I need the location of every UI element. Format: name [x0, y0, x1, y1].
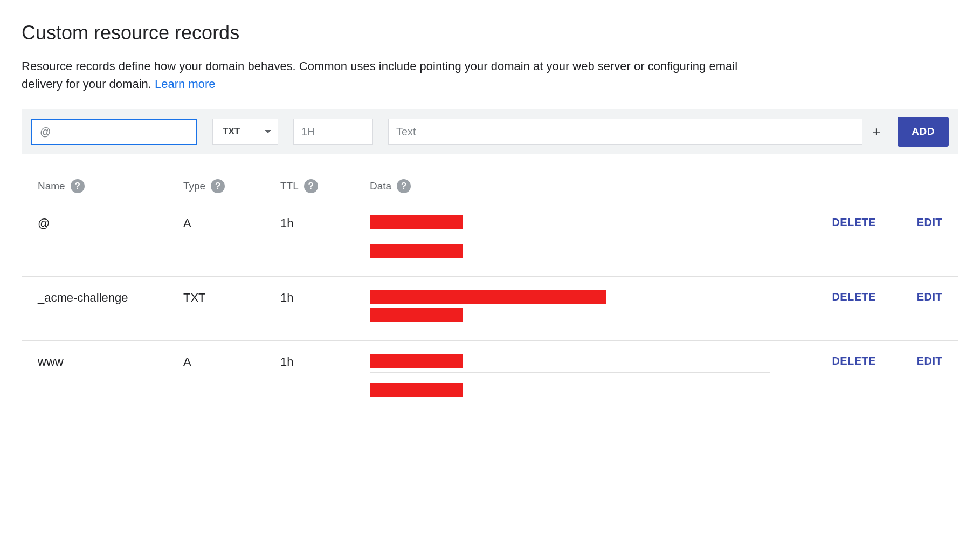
data-divider: [370, 372, 770, 373]
record-type-select[interactable]: TXT: [212, 119, 278, 145]
record-data-input[interactable]: [388, 119, 862, 145]
records-table: Name ? Type ? TTL ? Data ? @A1hDELETEEDI…: [22, 170, 958, 415]
record-ttl: 1h: [280, 354, 370, 369]
table-header-row: Name ? Type ? TTL ? Data ?: [22, 170, 958, 202]
delete-button[interactable]: DELETE: [832, 216, 876, 229]
column-header-type: Type: [183, 180, 205, 192]
column-header-name: Name: [38, 180, 65, 192]
help-icon[interactable]: ?: [397, 179, 411, 193]
edit-button[interactable]: EDIT: [917, 355, 942, 367]
record-name: _acme-challenge: [38, 290, 183, 305]
plus-icon[interactable]: +: [870, 125, 882, 139]
record-type: A: [183, 354, 280, 369]
add-button[interactable]: ADD: [898, 117, 949, 147]
data-divider: [370, 234, 770, 234]
edit-button[interactable]: EDIT: [917, 216, 942, 229]
record-type: A: [183, 215, 280, 230]
help-icon[interactable]: ?: [304, 179, 318, 193]
record-data: [370, 290, 791, 326]
redacted-data-value: [370, 354, 463, 368]
record-type: TXT: [183, 290, 280, 305]
record-name: @: [38, 215, 183, 230]
chevron-down-icon: [265, 130, 271, 133]
table-row: @A1hDELETEEDIT: [22, 202, 958, 277]
record-name-input[interactable]: [31, 119, 197, 145]
learn-more-link[interactable]: Learn more: [155, 77, 216, 91]
record-ttl: 1h: [280, 215, 370, 230]
column-header-data: Data: [370, 180, 391, 192]
add-record-form: TXT + ADD: [22, 109, 958, 154]
table-row: wwwA1hDELETEEDIT: [22, 341, 958, 415]
page-title: Custom resource records: [22, 22, 958, 44]
page-description: Resource records define how your domain …: [22, 57, 765, 93]
redacted-data-value: [370, 290, 606, 304]
record-data-wrap: +: [388, 119, 882, 145]
delete-button[interactable]: DELETE: [832, 291, 876, 303]
help-icon[interactable]: ?: [211, 179, 225, 193]
record-data: [370, 354, 791, 401]
column-header-ttl: TTL: [280, 180, 299, 192]
edit-button[interactable]: EDIT: [917, 291, 942, 303]
row-actions: DELETEEDIT: [791, 290, 942, 303]
record-name: www: [38, 354, 183, 369]
row-actions: DELETEEDIT: [791, 354, 942, 367]
description-text: Resource records define how your domain …: [22, 59, 737, 91]
redacted-data-value: [370, 383, 463, 397]
record-ttl-input[interactable]: [293, 119, 373, 145]
record-type-value: TXT: [223, 126, 240, 137]
redacted-data-value: [370, 244, 463, 258]
help-icon[interactable]: ?: [71, 179, 85, 193]
record-ttl: 1h: [280, 290, 370, 305]
redacted-data-value: [370, 308, 463, 322]
row-actions: DELETEEDIT: [791, 215, 942, 229]
record-data: [370, 215, 791, 262]
table-row: _acme-challengeTXT1hDELETEEDIT: [22, 277, 958, 341]
redacted-data-value: [370, 215, 463, 229]
delete-button[interactable]: DELETE: [832, 355, 876, 367]
